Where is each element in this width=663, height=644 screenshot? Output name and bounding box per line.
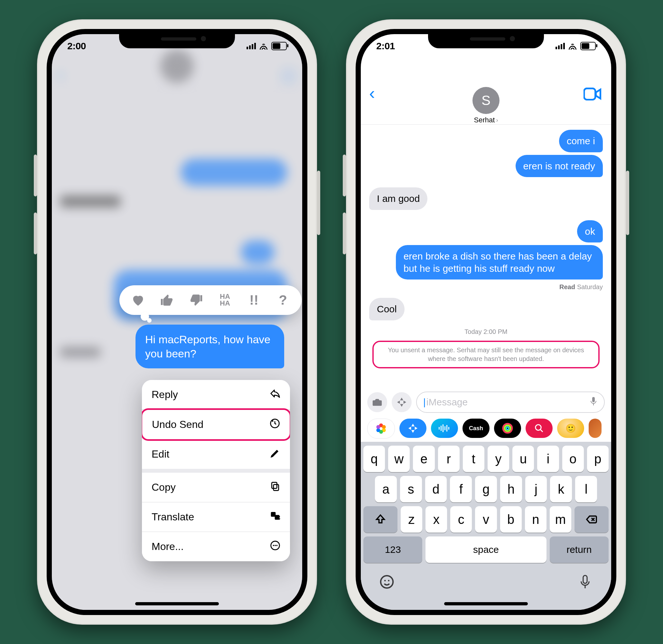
key-m[interactable]: m	[550, 506, 571, 533]
context-menu: Reply Undo Send Edit	[142, 380, 290, 561]
app-chip-audio[interactable]	[431, 419, 458, 438]
shift-key[interactable]	[363, 506, 397, 533]
message-thread[interactable]: come i eren is not ready I am good ok er…	[361, 125, 611, 389]
menu-translate[interactable]: Translate A文	[142, 502, 290, 532]
svg-rect-26	[448, 427, 449, 429]
app-chip-applecash[interactable]: Cash	[462, 419, 489, 438]
received-message[interactable]: I am good	[369, 187, 428, 210]
status-time: 2:00	[67, 41, 86, 51]
svg-point-29	[506, 427, 509, 429]
emoji-key[interactable]	[380, 574, 394, 591]
key-a[interactable]: a	[375, 476, 397, 502]
key-f[interactable]: f	[450, 476, 472, 502]
menu-label: More...	[152, 541, 184, 553]
svg-rect-23	[442, 424, 443, 432]
home-indicator[interactable]	[135, 602, 219, 605]
message-text: eren broke a dish so there has been a de…	[404, 251, 592, 274]
key-r[interactable]: r	[438, 446, 460, 472]
avatar-initial: S	[481, 93, 490, 108]
translate-icon: A文	[270, 511, 280, 523]
key-t[interactable]: t	[463, 446, 484, 472]
svg-rect-2	[272, 482, 277, 488]
wifi-icon	[568, 43, 577, 50]
svg-text:文: 文	[276, 516, 280, 520]
space-key[interactable]: space	[426, 536, 546, 563]
cellular-icon	[555, 43, 565, 49]
sent-message[interactable]: ok	[577, 220, 603, 243]
menu-undo-send[interactable]: Undo Send	[142, 408, 290, 441]
numbers-key[interactable]: 123	[363, 536, 422, 563]
app-chip-memoji[interactable]: 🙂	[557, 419, 584, 438]
message-input[interactable]: | iMessage	[416, 392, 605, 413]
key-y[interactable]: y	[487, 446, 509, 472]
app-chip-more[interactable]	[589, 419, 601, 438]
chevron-right-icon: ›	[496, 117, 498, 124]
menu-reply[interactable]: Reply	[142, 380, 290, 409]
keyboard-row-2: asdfghjkl	[363, 476, 609, 502]
key-p[interactable]: p	[587, 446, 609, 472]
contact-name-button[interactable]: Serhat ›	[474, 116, 498, 124]
app-chip-search[interactable]	[526, 419, 553, 438]
key-s[interactable]: s	[400, 476, 422, 502]
key-k[interactable]: k	[550, 476, 572, 502]
imessage-app-strip[interactable]: Cash 🙂	[361, 417, 611, 442]
backspace-key[interactable]	[574, 506, 609, 533]
tapback-thumbs-up-icon[interactable]	[158, 291, 176, 309]
keyboard: qwertyuiop asdfghjkl zxcvbnm 123 space	[361, 442, 611, 610]
menu-label: Translate	[152, 511, 194, 523]
svg-rect-21	[439, 427, 440, 429]
compose-bar: | iMessage	[361, 389, 611, 417]
key-u[interactable]: u	[512, 446, 534, 472]
tapback-haha-icon[interactable]: HA HA	[216, 291, 234, 309]
key-d[interactable]: d	[425, 476, 447, 502]
unsent-notice: You unsent a message. Serhat may still s…	[372, 341, 600, 369]
sent-message[interactable]: eren is not ready	[516, 155, 603, 177]
menu-label: Edit	[152, 448, 169, 460]
app-chip-activity[interactable]	[494, 419, 521, 438]
key-l[interactable]: l	[575, 476, 597, 502]
key-i[interactable]: i	[537, 446, 559, 472]
back-button[interactable]: ‹	[369, 84, 375, 102]
sent-message[interactable]: eren broke a dish so there has been a de…	[396, 245, 603, 280]
phone-left: 2:00 ‹ ▢	[37, 19, 317, 625]
return-key[interactable]: return	[550, 536, 609, 563]
key-c[interactable]: c	[450, 506, 472, 533]
dictation-key[interactable]	[578, 574, 593, 591]
svg-text:A: A	[272, 513, 275, 516]
contact-avatar[interactable]: S	[473, 87, 500, 114]
sent-message[interactable]: come i	[559, 130, 603, 152]
tapback-heart-icon[interactable]	[129, 291, 147, 309]
apps-button[interactable]	[392, 392, 412, 412]
received-message[interactable]: Cool	[369, 298, 405, 320]
key-o[interactable]: o	[562, 446, 584, 472]
cellular-icon	[247, 43, 256, 49]
key-h[interactable]: h	[500, 476, 522, 502]
menu-edit[interactable]: Edit	[142, 440, 290, 473]
key-g[interactable]: g	[475, 476, 497, 502]
dictation-icon[interactable]	[589, 396, 598, 408]
key-w[interactable]: w	[388, 446, 410, 472]
key-e[interactable]: e	[413, 446, 434, 472]
tapback-thumbs-down-icon[interactable]	[187, 291, 205, 309]
selected-message-bubble[interactable]: Hi macReports, how have you been?	[136, 325, 284, 369]
key-x[interactable]: x	[426, 506, 447, 533]
keyboard-row-1: qwertyuiop	[363, 446, 609, 472]
key-b[interactable]: b	[500, 506, 522, 533]
read-receipt: ReadSaturday	[559, 283, 603, 291]
facetime-button[interactable]	[584, 88, 601, 102]
app-chip-appstore[interactable]	[399, 419, 427, 438]
svg-point-33	[388, 580, 389, 581]
tapback-question-icon[interactable]: ?	[274, 291, 292, 309]
menu-more[interactable]: More...	[142, 532, 290, 561]
home-indicator[interactable]	[444, 602, 528, 605]
menu-copy[interactable]: Copy	[142, 473, 290, 502]
app-chip-photos[interactable]	[367, 419, 395, 439]
undo-send-icon	[270, 418, 280, 431]
key-v[interactable]: v	[475, 506, 497, 533]
key-z[interactable]: z	[401, 506, 422, 533]
tapback-exclaim-icon[interactable]: !!	[245, 291, 263, 309]
key-q[interactable]: q	[363, 446, 385, 472]
key-n[interactable]: n	[525, 506, 547, 533]
camera-button[interactable]	[367, 392, 387, 412]
key-j[interactable]: j	[525, 476, 547, 502]
